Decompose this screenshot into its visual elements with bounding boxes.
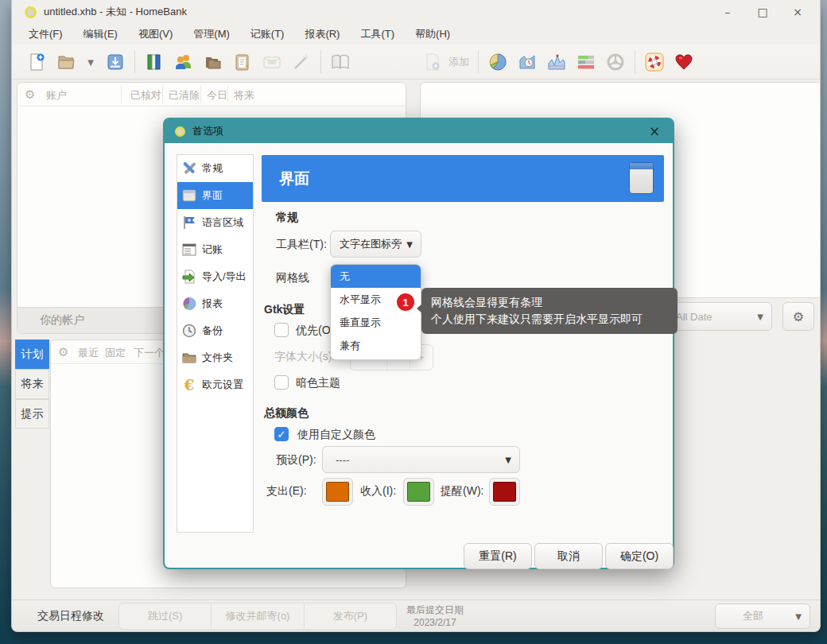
post-button[interactable]: 发布(P) (304, 603, 396, 629)
manage-payees-icon[interactable] (173, 52, 194, 72)
sidebar-item-transactions[interactable]: 记账 (177, 236, 253, 263)
column-future[interactable]: 将来 (234, 88, 254, 103)
gridline-options-popup: 无 水平显示 垂直显示 兼有 (330, 264, 421, 360)
sidebar-item-reports[interactable]: 报表 (177, 290, 253, 317)
preset-value: ---- (323, 454, 505, 466)
help-lifebuoy-icon[interactable] (644, 52, 665, 72)
cancel-button[interactable]: 取消 (534, 543, 603, 569)
income-color-swatch[interactable] (403, 478, 434, 506)
menu-bar: 文件(F) 编辑(E) 视图(V) 管理(M) 记账(T) 报表(R) 工具(T… (12, 24, 820, 45)
filter-gear-button[interactable]: ⚙ (782, 302, 814, 331)
trend-time-icon[interactable] (517, 52, 538, 72)
menu-manage[interactable]: 管理(M) (183, 27, 240, 41)
column-recent[interactable]: 最近 (78, 346, 99, 360)
use-custom-colors-label[interactable]: 使用自定义颜色 (297, 428, 375, 442)
menu-tools[interactable]: 工具(T) (350, 27, 405, 41)
skip-button[interactable]: 跳过(S) (119, 603, 211, 629)
sidebar-item-label: 记账 (202, 242, 223, 257)
sidebar-item-label: 欧元设置 (202, 378, 243, 392)
list-icon (181, 242, 197, 258)
section-gtk: Gtk设置 (264, 303, 305, 317)
euro-icon: € (181, 377, 197, 393)
column-reconciled[interactable]: 已核对 (130, 88, 161, 103)
ok-button[interactable]: 确定(O) (605, 543, 674, 569)
sidebar-item-label: 界面 (202, 188, 223, 203)
manage-categories-icon[interactable] (203, 52, 223, 72)
window-title: untitled.xhb - 未知 - HomeBank (44, 5, 187, 19)
page-banner: 界面 (262, 155, 664, 202)
use-custom-colors-checkbox[interactable]: ✓ (274, 427, 289, 441)
sidebar-item-general[interactable]: 常规 (177, 155, 253, 182)
warning-color-swatch[interactable] (489, 478, 520, 506)
maximize-button[interactable]: □ (745, 0, 780, 24)
statistics-pie-icon[interactable] (487, 52, 508, 72)
dialog-close-button[interactable]: × (646, 122, 663, 140)
expense-label: 支出(E): (266, 484, 307, 499)
sidebar-item-label: 报表 (202, 297, 223, 311)
column-fixed[interactable]: 固定 (105, 346, 126, 360)
manage-accounts-icon[interactable] (144, 52, 165, 72)
column-account[interactable]: 账户 (46, 88, 67, 103)
dark-theme-label[interactable]: 暗色主题 (296, 376, 340, 390)
sidebar-item-interface[interactable]: 界面 (177, 182, 253, 209)
edit-and-post-button[interactable]: 修改并邮寄(o) (211, 603, 303, 629)
save-icon[interactable] (105, 52, 126, 72)
sidebar-item-backup[interactable]: 备份 (177, 317, 253, 344)
sidebar-item-euro[interactable]: € 欧元设置 (177, 371, 253, 398)
sidebar-item-folders[interactable]: 文件夹 (177, 344, 253, 371)
last-post-date: 2023/2/17 (406, 616, 464, 629)
prefer-checkbox[interactable] (274, 323, 289, 337)
schedule-bar-label: 交易日程修改 (37, 609, 104, 623)
menu-reports[interactable]: 报表(R) (294, 27, 350, 41)
toolbar-style-dropdown[interactable]: 文字在图标旁 ▼ (330, 231, 421, 258)
gridline-option-vertical[interactable]: 垂直显示 (331, 311, 421, 334)
donate-heart-icon[interactable] (674, 52, 694, 72)
open-recent-chevron-icon[interactable]: ▼ (85, 52, 96, 72)
sidebar-item-label: 文件夹 (202, 351, 233, 365)
menu-edit[interactable]: 编辑(E) (73, 27, 128, 41)
expense-color-swatch[interactable] (322, 478, 353, 506)
flag-icon (181, 215, 197, 231)
warning-color (493, 482, 516, 502)
prefer-label[interactable]: 优先(O) (296, 324, 334, 338)
add-transaction-icon (422, 52, 443, 72)
menu-view[interactable]: 视图(V) (128, 27, 183, 41)
budget-book-icon[interactable] (330, 52, 351, 72)
warning-label: 提醒(W): (441, 484, 483, 499)
tab-tips[interactable]: 提示 (15, 399, 49, 429)
budget-bars-icon[interactable] (576, 52, 596, 72)
balance-line-icon[interactable] (546, 52, 567, 72)
minimize-button[interactable]: – (710, 0, 745, 24)
tab-future[interactable]: 将来 (15, 369, 49, 399)
sidebar-item-label: 备份 (202, 324, 223, 338)
sidebar-item-locale[interactable]: 语言区域 (177, 209, 253, 236)
page-title: 界面 (279, 169, 309, 189)
range-dropdown[interactable]: 全部 ▼ (715, 603, 810, 629)
manage-archives-icon[interactable] (232, 52, 253, 72)
column-next[interactable]: 下一个 (134, 346, 165, 360)
gridline-option-none[interactable]: 无 (331, 265, 421, 288)
toolbar-style-label: 工具栏(T): (276, 238, 327, 252)
toolbar: ▼ (12, 45, 820, 80)
menu-help[interactable]: 帮助(H) (405, 27, 460, 41)
accounts-gear-icon[interactable]: ⚙ (25, 87, 35, 102)
column-today[interactable]: 今日 (207, 88, 227, 103)
menu-file[interactable]: 文件(F) (18, 27, 73, 41)
date-filter-value: All Date (666, 311, 757, 323)
date-filter-dropdown[interactable]: All Date ▼ (665, 302, 772, 331)
reset-button[interactable]: 重置(R) (464, 543, 532, 569)
menu-transactions[interactable]: 记账(T) (240, 27, 295, 41)
column-cleared[interactable]: 已清除 (169, 88, 200, 103)
dark-theme-checkbox[interactable] (274, 375, 289, 390)
new-file-icon[interactable] (26, 52, 47, 72)
tab-scheduled[interactable]: 计划 (15, 339, 49, 369)
scheduled-gear-icon[interactable]: ⚙ (58, 345, 68, 359)
gridline-option-both[interactable]: 兼有 (331, 334, 421, 357)
open-file-icon[interactable] (56, 52, 76, 72)
sidebar-item-import-export[interactable]: 导入/导出 (177, 263, 253, 290)
last-post-info: 最后提交日期 2023/2/17 (406, 603, 464, 629)
preset-dropdown[interactable]: ---- ▼ (322, 446, 520, 473)
close-button[interactable]: × (780, 0, 815, 24)
desktop: { "window": { "title": "untitled.xhb - 未… (0, 0, 827, 644)
clock-icon (181, 323, 197, 339)
